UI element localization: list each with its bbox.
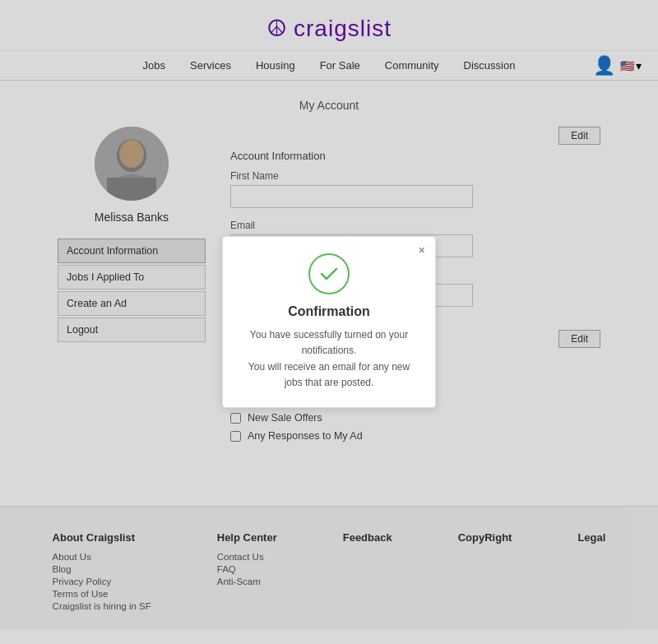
checkmark-icon xyxy=(317,262,341,285)
modal-check-icon xyxy=(308,253,350,294)
modal-text-line1: You have sucessfully turned on your noti… xyxy=(250,329,408,356)
modal-overlay[interactable]: × Confirmation You have sucessfully turn… xyxy=(0,0,658,630)
confirmation-modal: × Confirmation You have sucessfully turn… xyxy=(222,236,436,408)
modal-text-line2: You will receive an email for any new jo… xyxy=(248,361,410,388)
modal-text: You have sucessfully turned on your noti… xyxy=(239,327,419,391)
modal-close-button[interactable]: × xyxy=(419,243,425,257)
modal-title: Confirmation xyxy=(239,304,419,319)
